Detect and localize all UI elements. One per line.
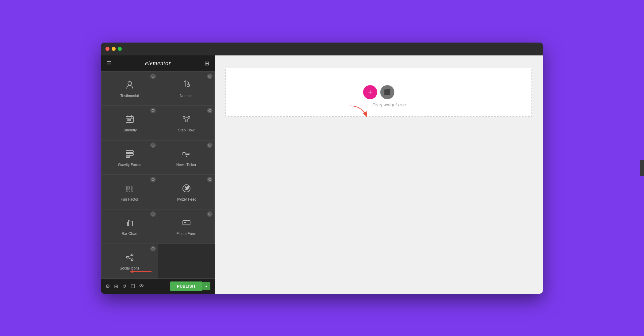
drop-zone[interactable]: + ⬛ Drag widget here (225, 68, 532, 117)
sidebar: ☰ elementor ⊞ i (101, 55, 215, 294)
step-flow-icon (182, 114, 191, 126)
layers-icon[interactable]: ⊞ (114, 283, 118, 289)
calendly-icon (125, 114, 135, 126)
canvas-red-arrow (346, 103, 371, 121)
svg-point-52 (131, 254, 133, 256)
main-content: ☰ elementor ⊞ i (101, 55, 543, 294)
svg-line-55 (128, 258, 131, 259)
svg-text:i: i (153, 110, 153, 112)
pro-badge: i (150, 74, 156, 79)
svg-text:i: i (153, 179, 153, 181)
widget-calendly[interactable]: i Calendly (101, 106, 158, 140)
responsive-icon[interactable]: ☐ (131, 283, 135, 289)
widget-step-flow[interactable]: i Step Flow (158, 106, 215, 140)
gravity-forms-icon (125, 149, 135, 160)
minimize-button[interactable] (112, 47, 116, 51)
gravity-forms-label: Gravity Forms (118, 163, 141, 168)
traffic-lights (105, 47, 122, 51)
add-template-button[interactable]: ⬛ (380, 85, 394, 99)
title-bar (101, 43, 543, 55)
pro-badge: i (207, 177, 213, 182)
widget-testimonial[interactable]: i Testimonial (101, 71, 158, 106)
svg-rect-42 (128, 220, 130, 226)
testimonial-icon (125, 80, 135, 91)
svg-text:O X O: O X O (126, 190, 133, 193)
grid-icon[interactable]: ⊞ (205, 60, 209, 67)
svg-rect-28 (183, 153, 185, 155)
svg-point-15 (183, 116, 185, 118)
menu-icon[interactable]: ☰ (107, 60, 112, 67)
publish-button[interactable]: PUBLISH (170, 281, 202, 291)
svg-rect-41 (126, 222, 128, 226)
svg-point-53 (131, 259, 133, 261)
action-buttons: + ⬛ (363, 85, 394, 99)
svg-text:i: i (209, 110, 210, 112)
widgets-grid: i Testimonial i (101, 71, 215, 278)
fun-factor-label: Fun Factor (121, 197, 138, 202)
svg-line-20 (187, 118, 189, 120)
drag-label: Drag widget here (372, 102, 407, 107)
canvas-area: + ⬛ Drag widget here (215, 55, 543, 294)
logo: elementor (145, 60, 171, 67)
canvas-inner: + ⬛ Drag widget here (215, 55, 543, 294)
fluent-form-label: Fluent Form (176, 232, 196, 236)
svg-point-16 (188, 116, 190, 118)
fun-factor-icon: X O X X O X O X O (125, 183, 135, 195)
svg-point-2 (128, 81, 132, 85)
calendly-label: Calendly (122, 128, 137, 133)
svg-rect-12 (129, 119, 131, 121)
svg-text:i: i (209, 75, 210, 77)
pro-badge: i (150, 246, 156, 251)
maximize-button[interactable] (118, 47, 122, 51)
news-ticker-label: News Ticker (176, 163, 196, 168)
twitter-feed-icon (182, 183, 191, 195)
svg-point-51 (126, 256, 128, 258)
bar-chart-icon (125, 218, 135, 229)
widget-social-icons[interactable]: i Social Icons (101, 244, 158, 278)
drop-zone-content: + ⬛ Drag widget here (363, 85, 394, 99)
pro-badge: i (207, 211, 213, 217)
svg-point-17 (186, 120, 187, 122)
svg-text:i: i (153, 248, 153, 250)
number-label: Number (180, 94, 193, 99)
svg-text:i: i (153, 144, 153, 146)
testimonial-label: Testimonial (120, 94, 139, 99)
settings-icon[interactable]: ⚙ (105, 283, 110, 289)
widget-gravity-forms[interactable]: i Gravity Forms (101, 140, 158, 175)
svg-rect-25 (126, 156, 130, 157)
svg-rect-43 (131, 221, 132, 226)
preview-icon[interactable]: 👁 (139, 283, 144, 289)
publish-btn-group: PUBLISH ▲ (170, 281, 210, 291)
pro-badge: i (150, 142, 156, 148)
sidebar-header: ☰ elementor ⊞ (101, 55, 215, 71)
svg-line-54 (128, 255, 131, 257)
publish-dropdown-button[interactable]: ▲ (202, 282, 210, 290)
widget-twitter-feed[interactable]: i Twitter Feed (158, 175, 215, 209)
bar-chart-label: Bar Chart (122, 232, 137, 236)
sidebar-toolbar: ⚙ ⊞ ↺ ☐ 👁 PUBLISH ▲ (101, 278, 215, 294)
widget-fluent-form[interactable]: i Fluent Form (158, 209, 215, 244)
widget-bar-chart[interactable]: i Bar Chart (101, 209, 158, 244)
pro-badge: i (150, 211, 156, 217)
svg-text:i: i (209, 179, 210, 181)
add-widget-button[interactable]: + (363, 85, 377, 99)
social-icons-icon (125, 252, 135, 264)
svg-rect-23 (126, 151, 133, 153)
fluent-form-icon (182, 218, 191, 229)
svg-text:i: i (153, 75, 153, 77)
svg-rect-24 (126, 153, 133, 155)
svg-text:i: i (209, 144, 210, 146)
widget-fun-factor[interactable]: i X O X X O X O X O Fun Factor (101, 175, 158, 209)
widget-number[interactable]: i Number (158, 71, 215, 106)
sidebar-red-arrow (130, 269, 155, 276)
history-icon[interactable]: ↺ (122, 283, 126, 289)
widget-news-ticker[interactable]: i News Ticker (158, 140, 215, 175)
pro-badge: i (207, 74, 213, 79)
svg-text:i: i (153, 213, 153, 215)
toolbar-icons: ⚙ ⊞ ↺ ☐ 👁 (105, 283, 144, 289)
svg-rect-11 (128, 119, 129, 121)
twitter-feed-label: Twitter Feed (176, 197, 196, 202)
pro-badge: i (150, 177, 156, 182)
close-button[interactable] (105, 47, 109, 51)
news-ticker-icon (182, 149, 191, 160)
